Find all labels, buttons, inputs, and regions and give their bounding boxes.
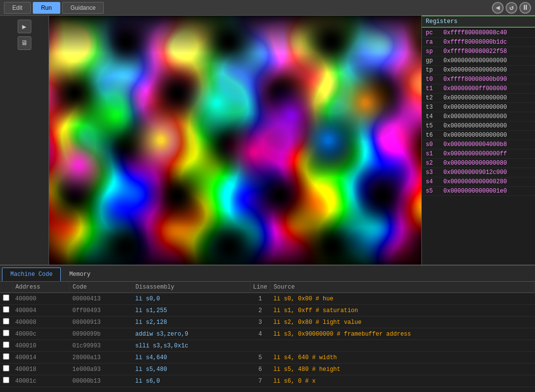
register-value: 0x0000000000000000 — [443, 67, 507, 74]
register-name: s0 — [426, 141, 439, 148]
row-disasm: addiw s3,zero,9 — [132, 328, 250, 340]
register-row: t30x0000000000000000 — [422, 103, 535, 112]
tab-edit[interactable]: Edit — [4, 2, 31, 14]
row-address: 400004 — [12, 305, 70, 317]
row-source: li s1, 0xff # saturation — [270, 305, 535, 317]
top-section: ▶ 🖥 Registers pc0xffff800080008c40ra0xff… — [0, 16, 535, 266]
registers-list[interactable]: pc0xffff800080008c40ra0xffff80008000b1dc… — [422, 27, 535, 265]
register-value: 0x00000000ff000000 — [443, 85, 507, 92]
register-row: t50x0000000000000000 — [422, 122, 535, 131]
tv-icon[interactable]: 🖥 — [18, 36, 31, 50]
pause-button[interactable]: ⏸ — [519, 2, 531, 14]
tab-machine-code[interactable]: Machine Code — [2, 268, 61, 281]
register-row: pc0xffff800080008c40 — [422, 28, 535, 38]
toolbar: Edit Run Guidance ◀ ↺ ⏸ — [0, 0, 535, 16]
register-row: s00x00000000004000b8 — [422, 140, 535, 149]
tab-memory[interactable]: Memory — [61, 268, 98, 281]
register-name: s1 — [426, 150, 439, 157]
register-name: t6 — [426, 132, 439, 139]
refresh-button[interactable]: ↺ — [506, 2, 517, 14]
row-address: 400008 — [12, 317, 70, 328]
table-row: 400018 1e000a93 li s5,480 6 li s5, 480 #… — [0, 364, 535, 375]
table-row: 40000c 0090099b addiw s3,zero,9 4 li s3,… — [0, 328, 535, 340]
row-check[interactable] — [0, 375, 12, 387]
col-code: Code — [70, 282, 132, 293]
register-name: t1 — [426, 85, 439, 92]
register-name: s5 — [426, 188, 439, 195]
col-address: Address — [12, 282, 70, 293]
row-source: li s4, 640 # width — [270, 352, 535, 364]
register-row: t60x0000000000000000 — [422, 131, 535, 140]
row-check[interactable] — [0, 340, 12, 352]
register-name: pc — [426, 29, 439, 36]
row-code: 00000413 — [70, 293, 132, 305]
left-panel: ▶ 🖥 — [0, 16, 49, 265]
register-name: ra — [426, 39, 439, 46]
register-name: t5 — [426, 122, 439, 129]
row-source: li s6, 0 # x — [270, 375, 535, 387]
register-row: gp0x0000000000000000 — [422, 56, 535, 66]
row-check[interactable] — [0, 293, 12, 305]
register-row: t10x00000000ff000000 — [422, 84, 535, 94]
row-line: 6 — [250, 364, 270, 375]
table-row: 400000 00000413 li s0,0 1 li s0, 0x00 # … — [0, 293, 535, 305]
register-value: 0x0000000000000000 — [443, 132, 507, 139]
register-name: s4 — [426, 178, 439, 185]
row-disasm: li s6,0 — [132, 375, 250, 387]
register-name: sp — [426, 48, 439, 55]
row-disasm: li s2,128 — [132, 317, 250, 328]
row-disasm: li s1,255 — [132, 305, 250, 317]
row-disasm: li s0,0 — [132, 293, 250, 305]
bottom-section: Machine Code Memory Address Code Disasse… — [0, 266, 535, 392]
row-code: 0ff00493 — [70, 305, 132, 317]
row-code: 0090099b — [70, 328, 132, 340]
register-value: 0x0000000000000000 — [443, 104, 507, 111]
back-button[interactable]: ◀ — [492, 2, 504, 14]
row-address: 400000 — [12, 293, 70, 305]
register-value: 0x0000000000000000 — [443, 95, 507, 101]
register-name: tp — [426, 67, 439, 74]
col-line: Line — [250, 282, 270, 293]
register-row: s50x00000000000001e0 — [422, 187, 535, 196]
register-row: s20x0000000000000080 — [422, 159, 535, 168]
register-row: s10x00000000000000ff — [422, 149, 535, 159]
code-tbody: 400000 00000413 li s0,0 1 li s0, 0x00 # … — [0, 293, 535, 387]
code-table: Address Code Disassembly Line Source 400… — [0, 282, 535, 387]
machine-code-table[interactable]: Address Code Disassembly Line Source 400… — [0, 282, 535, 392]
register-row: t20x0000000000000000 — [422, 94, 535, 103]
col-check — [0, 282, 12, 293]
registers-panel: Registers pc0xffff800080008c40ra0xffff80… — [421, 16, 535, 265]
bottom-tabs: Machine Code Memory — [0, 266, 535, 282]
row-check[interactable] — [0, 352, 12, 364]
row-source: li s2, 0x80 # light value — [270, 317, 535, 328]
row-check[interactable] — [0, 364, 12, 375]
row-address: 40001c — [12, 375, 70, 387]
register-value: 0xffff80008000b1dc — [443, 39, 507, 46]
spectrum-canvas — [49, 16, 421, 265]
table-row: 400004 0ff00493 li s1,255 2 li s1, 0xff … — [0, 305, 535, 317]
row-line: 3 — [250, 317, 270, 328]
row-check[interactable] — [0, 317, 12, 328]
row-line: 1 — [250, 293, 270, 305]
register-value: 0x00000000004000b8 — [443, 141, 507, 148]
register-value: 0x0000000000000000 — [443, 122, 507, 129]
table-header-row: Address Code Disassembly Line Source — [0, 282, 535, 293]
register-name: gp — [426, 57, 439, 64]
tab-run[interactable]: Run — [33, 2, 60, 14]
row-address: 40000c — [12, 328, 70, 340]
register-name: t4 — [426, 113, 439, 120]
register-value: 0x00000000000001e0 — [443, 188, 507, 195]
row-check[interactable] — [0, 328, 12, 340]
row-code: 28000a13 — [70, 352, 132, 364]
row-source: li s0, 0x00 # hue — [270, 293, 535, 305]
row-check[interactable] — [0, 305, 12, 317]
row-address: 400018 — [12, 364, 70, 375]
row-line: 7 — [250, 375, 270, 387]
row-code: 1e000a93 — [70, 364, 132, 375]
row-source: li s3, 0x90000000 # framebuffer address — [270, 328, 535, 340]
register-row: s40x0000000000000280 — [422, 177, 535, 187]
play-icon[interactable]: ▶ — [18, 20, 31, 33]
row-line: 4 — [250, 328, 270, 340]
row-line — [250, 340, 270, 352]
tab-guidance[interactable]: Guidance — [62, 2, 104, 14]
